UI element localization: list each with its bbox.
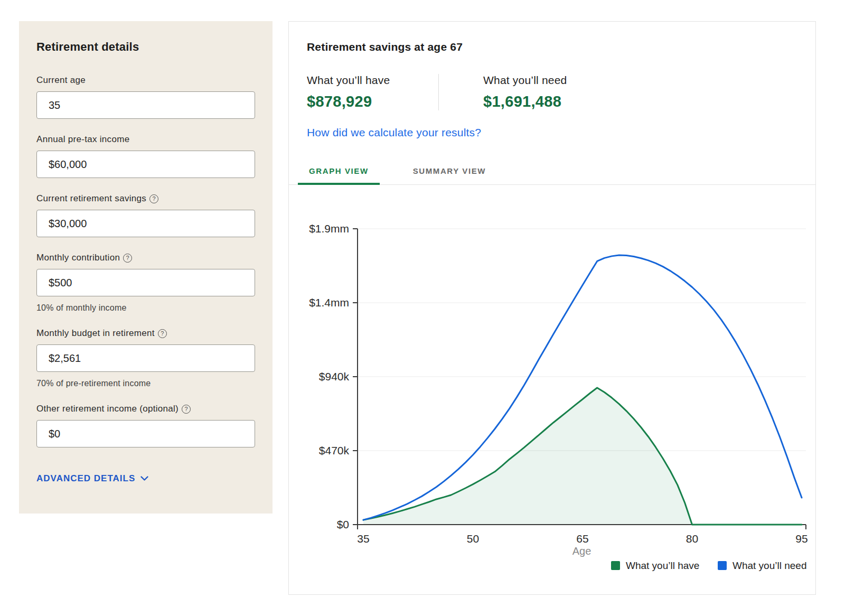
legend-label: What you’ll have <box>626 560 699 571</box>
monthly-budget-in-retirement-help-icon[interactable] <box>158 329 167 338</box>
monthly-contribution-label: Monthly contribution <box>36 253 120 263</box>
stat-what-youll-need: What you’ll need $1,691,488 <box>483 74 567 110</box>
annual-pretax-income-input[interactable] <box>36 151 255 178</box>
tab-graph-view[interactable]: GRAPH VIEW <box>298 166 380 185</box>
field-annual-pretax-income: Annual pre-tax income <box>36 134 255 178</box>
legend-label: What you’ll need <box>733 560 806 571</box>
need-label: What you’ll need <box>483 74 567 87</box>
current-retirement-savings-help-icon[interactable] <box>149 194 158 203</box>
stat-what-youll-have: What you’ll have $878,929 <box>307 74 438 110</box>
chevron-down-icon <box>140 473 148 484</box>
other-retirement-income-help-icon[interactable] <box>182 405 191 414</box>
field-other-retirement-income: Other retirement income (optional) <box>36 404 255 447</box>
current-retirement-savings-label: Current retirement savings <box>36 193 146 204</box>
stats-divider <box>438 74 439 110</box>
monthly-contribution-helper: 10% of monthly income <box>36 303 255 313</box>
monthly-budget-in-retirement-helper: 70% of pre-retirement income <box>36 379 255 388</box>
current-retirement-savings-input[interactable] <box>36 210 255 237</box>
y-tick-label: $940k <box>319 370 350 382</box>
y-tick-label: $0 <box>337 518 349 530</box>
field-monthly-contribution: Monthly contribution10% of monthly incom… <box>36 253 255 313</box>
current-age-input[interactable] <box>36 91 255 119</box>
x-tick-label: 95 <box>795 533 808 545</box>
other-retirement-income-label: Other retirement income (optional) <box>36 404 179 414</box>
monthly-contribution-input[interactable] <box>36 269 255 296</box>
have-label: What you’ll have <box>307 74 438 87</box>
x-tick-label: 80 <box>686 533 698 545</box>
monthly-budget-in-retirement-label: Monthly budget in retirement <box>36 328 155 339</box>
other-retirement-income-input[interactable] <box>36 420 255 447</box>
field-current-age: Current age <box>36 75 255 119</box>
legend-item-have[interactable]: What you’ll have <box>611 560 699 571</box>
field-label-row: Monthly budget in retirement <box>36 328 255 339</box>
retirement-calculator-page: Retirement details Current ageAnnual pre… <box>0 0 845 595</box>
x-axis-title: Age <box>572 545 592 557</box>
field-label-row: Other retirement income (optional) <box>36 404 255 414</box>
results-title: Retirement savings at age 67 <box>307 41 797 53</box>
advanced-details-toggle[interactable]: ADVANCED DETAILS <box>36 473 148 484</box>
legend-swatch-green <box>611 561 620 570</box>
legend-swatch-blue <box>718 561 727 570</box>
field-label-row: Monthly contribution <box>36 253 255 263</box>
sidebar-title: Retirement details <box>36 40 255 54</box>
tab-summary-view[interactable]: SUMMARY VIEW <box>402 166 497 185</box>
how-calculated-link[interactable]: How did we calculate your results? <box>307 126 481 139</box>
view-tabs: GRAPH VIEW SUMMARY VIEW <box>289 166 815 185</box>
advanced-details-label: ADVANCED DETAILS <box>36 473 135 484</box>
field-label-row: Current age <box>36 75 255 86</box>
need-value: $1,691,488 <box>483 93 567 110</box>
results-stats: What you’ll have $878,929 What you’ll ne… <box>307 74 797 110</box>
results-panel: Retirement savings at age 67 What you’ll… <box>288 21 816 595</box>
retirement-savings-chart: $0$470k$940k$1.4mm$1.9mm3550658095AgeWha… <box>289 185 815 590</box>
have-value: $878,929 <box>307 93 438 110</box>
x-tick-label: 35 <box>357 533 369 545</box>
y-tick-label: $470k <box>319 444 350 456</box>
y-tick-label: $1.4mm <box>309 296 349 309</box>
legend-item-need[interactable]: What you’ll need <box>718 560 806 571</box>
field-label-row: Annual pre-tax income <box>36 134 255 145</box>
field-current-retirement-savings: Current retirement savings <box>36 193 255 237</box>
fields-container: Current ageAnnual pre-tax incomeCurrent … <box>36 75 255 447</box>
annual-pretax-income-label: Annual pre-tax income <box>36 134 129 145</box>
current-age-label: Current age <box>36 75 86 86</box>
x-tick-label: 65 <box>576 533 588 545</box>
field-label-row: Current retirement savings <box>36 193 255 204</box>
x-tick-label: 50 <box>467 533 479 545</box>
retirement-details-panel: Retirement details Current ageAnnual pre… <box>19 21 273 514</box>
monthly-budget-in-retirement-input[interactable] <box>36 344 255 372</box>
series-area-fill <box>363 388 802 525</box>
field-monthly-budget-in-retirement: Monthly budget in retirement70% of pre-r… <box>36 328 255 388</box>
y-tick-label: $1.9mm <box>309 222 349 235</box>
monthly-contribution-help-icon[interactable] <box>123 254 132 263</box>
